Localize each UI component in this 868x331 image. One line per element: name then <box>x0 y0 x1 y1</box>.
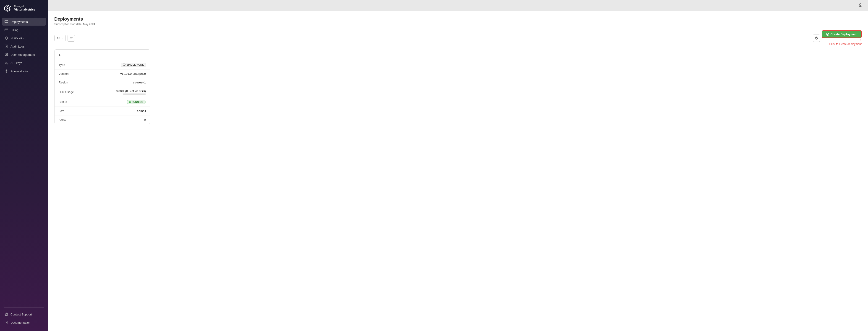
status-label: Status <box>59 100 67 104</box>
disk-label: Disk Usage <box>59 90 74 94</box>
svg-point-14 <box>5 62 7 63</box>
region-label: Region <box>59 81 68 84</box>
disk-value: 0.00% (0 B of 20.0GB) <box>116 89 146 94</box>
sidebar-item-notification[interactable]: Notification <box>2 34 46 42</box>
svg-point-19 <box>6 314 7 315</box>
type-label: Type <box>59 63 65 66</box>
svg-rect-37 <box>123 64 125 65</box>
sidebar-item-user-management[interactable]: User Management <box>2 51 46 58</box>
annotation-text: Click to create deployment <box>830 43 862 46</box>
deployment-region-row: Region eu-west-1 <box>55 78 150 87</box>
status-value: RUNNING <box>127 100 146 104</box>
logo-area: Managed VictoriaMetrics <box>0 0 48 17</box>
svg-point-2 <box>7 7 8 9</box>
per-page-value: 10 <box>57 36 60 40</box>
version-value: v1.101.0-enterprise <box>120 72 146 76</box>
sidebar-item-billing[interactable]: Billing <box>2 26 46 34</box>
billing-icon <box>5 28 8 32</box>
sidebar-item-notification-label: Notification <box>10 36 25 40</box>
card-body: Type SINGLE NODE Ve <box>55 60 150 124</box>
sidebar-item-documentation-label: Documentation <box>10 321 30 324</box>
deployment-status-row: Status RUNNING <box>55 98 150 107</box>
size-value: s.small <box>137 109 146 113</box>
documentation-icon <box>5 321 8 324</box>
per-page-dropdown[interactable]: 10 <box>54 35 66 41</box>
running-dot <box>129 101 131 103</box>
sidebar-item-audit-logs-label: Audit Logs <box>10 45 24 48</box>
toolbar-left: 10 <box>54 35 75 42</box>
api-keys-icon <box>5 61 8 65</box>
disk-usage-container: 0.00% (0 B of 20.0GB) <box>116 89 146 94</box>
deployment-id: 1 <box>59 53 60 57</box>
toolbar: 10 <box>54 30 862 46</box>
logo-text: Managed VictoriaMetrics <box>14 5 35 11</box>
logo-managed: Managed <box>14 5 35 8</box>
version-label: Version <box>59 72 68 76</box>
disk-text: 0.00% (0 B of 20.0GB) <box>116 89 146 93</box>
type-badge-text: SINGLE NODE <box>126 63 144 66</box>
sidebar-item-api-keys-label: API keys <box>10 61 22 65</box>
svg-point-12 <box>6 53 7 55</box>
notification-icon <box>5 36 8 40</box>
disk-bar-bg <box>123 93 146 94</box>
sidebar-item-deployments[interactable]: Deployments <box>2 18 46 26</box>
single-node-badge: SINGLE NODE <box>121 63 146 67</box>
sidebar-item-billing-label: Billing <box>10 28 19 32</box>
alerts-value: 0 <box>144 118 146 121</box>
toolbar-right: Create Deployment ↑ Click to create depl… <box>813 30 862 46</box>
deployment-size-row: Size s.small <box>55 107 150 115</box>
svg-marker-29 <box>61 38 63 39</box>
sidebar-item-documentation[interactable]: Documentation <box>2 319 46 326</box>
sidebar: Managed VictoriaMetrics Deployments <box>0 0 48 331</box>
deployment-card: 1 Type SINGLE NODE <box>54 49 150 124</box>
topbar <box>48 0 868 11</box>
sidebar-item-api-keys[interactable]: API keys <box>2 59 46 67</box>
page-subtitle: Subscription start date: May 2024 <box>54 23 862 26</box>
contact-support-icon <box>5 312 8 316</box>
deployment-version-row: Version v1.101.0-enterprise <box>55 70 150 78</box>
create-deployment-button[interactable]: Create Deployment <box>822 30 862 38</box>
logo-vm: VictoriaMetrics <box>14 8 35 11</box>
create-deployment-label: Create Deployment <box>831 32 858 36</box>
logo-icon <box>4 4 12 12</box>
deployment-alerts-row: Alerts 0 <box>55 115 150 124</box>
region-value: eu-west-1 <box>133 81 146 84</box>
size-label: Size <box>59 109 64 113</box>
annotation-arrow: ↑ <box>860 38 862 42</box>
svg-point-28 <box>859 4 861 5</box>
user-profile-icon[interactable] <box>857 2 863 9</box>
running-text: RUNNING <box>132 101 143 103</box>
alerts-label: Alerts <box>59 118 66 121</box>
sidebar-item-administration[interactable]: Administration <box>2 67 46 75</box>
svg-marker-33 <box>816 36 817 38</box>
sidebar-divider <box>4 307 44 308</box>
svg-rect-6 <box>5 29 8 31</box>
svg-point-13 <box>7 54 8 54</box>
card-header: 1 <box>55 50 150 60</box>
running-badge: RUNNING <box>127 100 146 104</box>
sidebar-nav: Deployments Billing Notification <box>0 17 48 306</box>
sidebar-item-administration-label: Administration <box>10 70 29 73</box>
content-area: Deployments Subscription start date: May… <box>48 11 868 331</box>
deployment-disk-row: Disk Usage 0.00% (0 B of 20.0GB) <box>55 87 150 98</box>
refresh-button[interactable] <box>813 34 820 42</box>
user-management-icon <box>5 53 8 56</box>
main-area: Deployments Subscription start date: May… <box>48 0 868 331</box>
administration-icon <box>5 69 8 73</box>
sidebar-item-contact-support-label: Contact Support <box>10 313 32 316</box>
page-title: Deployments <box>54 17 862 22</box>
sidebar-item-audit-logs[interactable]: Audit Logs <box>2 43 46 50</box>
sidebar-item-user-management-label: User Management <box>10 53 35 56</box>
svg-point-17 <box>6 71 7 72</box>
deployments-icon <box>5 20 8 24</box>
type-value: SINGLE NODE <box>121 63 146 67</box>
deployment-type-row: Type SINGLE NODE <box>55 60 150 70</box>
filter-button[interactable] <box>67 35 75 42</box>
svg-rect-3 <box>5 20 8 23</box>
create-deployment-annotation: Create Deployment ↑ Click to create depl… <box>822 30 862 46</box>
sidebar-item-contact-support[interactable]: Contact Support <box>2 310 46 318</box>
sidebar-bottom: Contact Support Documentation <box>0 309 48 331</box>
sidebar-item-deployments-label: Deployments <box>10 20 28 24</box>
audit-logs-icon <box>5 45 8 48</box>
